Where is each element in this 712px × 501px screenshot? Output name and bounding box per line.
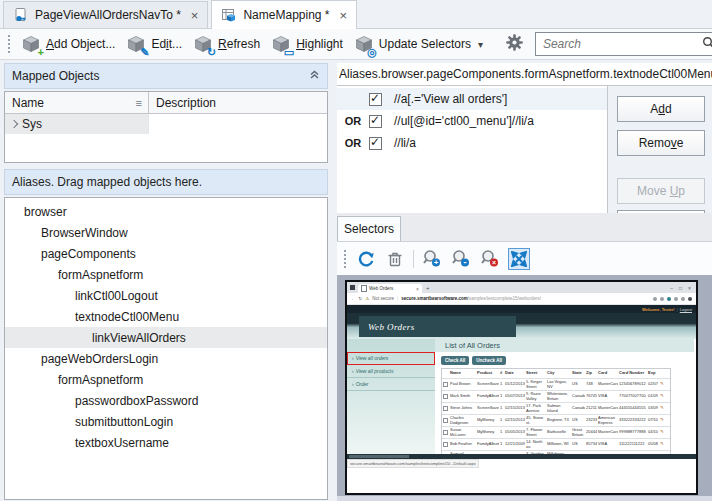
tree-item[interactable]: textnodeCtl00Menu [5,306,327,327]
search-input[interactable] [541,36,702,52]
tree-item[interactable]: browser [5,201,327,222]
selector-value[interactable]: //a[.='View all orders'] [394,92,507,106]
edit-row-icon: ✎ [658,406,666,411]
web-orders-page: Welcome, Tester! | Logout Web Orders ›Vi… [347,305,696,468]
browser-statusbar: secure.smartbearsoftware.com/samples/tes… [347,459,696,468]
tree-item[interactable]: formAspnetform [5,369,327,390]
search-icon[interactable] [702,36,712,52]
close-icon[interactable]: × [336,9,348,22]
captured-screenshot: Web Orders × + –□× ←↻ ⚠ Not secure | sec… [345,280,698,495]
browser-tab: Web Orders × [358,284,422,293]
settings-gear-icon[interactable] [505,33,524,55]
tree-item-label: passwordboxPassword [75,394,198,408]
selector-action-button[interactable]: Remove [617,130,705,156]
row-checkbox [443,394,448,400]
tree-item[interactable]: pageWebOrdersLogin [5,348,327,369]
logout-link: Logout [680,307,692,312]
toolbar-button[interactable]: ↻ Refresh [193,35,260,54]
tree-item-label: submitbuttonLogin [75,415,173,429]
selector-value[interactable]: //ul[@id='ctl00_menu']//li/a [394,114,534,128]
row-checkbox [443,430,448,436]
keyword-test-document-icon [13,7,29,23]
page-main: List of All Orders Check All Uncheck All… [435,339,696,454]
expand-icon[interactable] [10,120,18,128]
url-path: /samples/testcomplete15/weborders/ [468,296,541,301]
toolbar-button[interactable]: ✎ Edit... [126,35,182,54]
maximize-icon: □ [679,285,682,291]
tree-item[interactable]: linkViewAllOrders [5,327,327,348]
refresh-image-icon[interactable] [355,248,377,270]
column-header-description[interactable]: Description [149,92,216,113]
sort-icon[interactable]: ≡ [136,97,142,109]
tree-item-label: formAspnetform [58,373,143,387]
badge-icon: ✎ [140,47,149,58]
tree-item[interactable]: pageComponents [5,243,327,264]
selector-action-button[interactable]: Move Up [617,178,705,204]
toolbar-button-label: Refresh [218,37,260,51]
tree-item-label: textnodeCtl00Menu [75,310,179,324]
toolbar-grip[interactable] [344,250,348,268]
tree-item-label: pageWebOrdersLogin [41,352,158,366]
tree-item-label: formAspnetform [58,268,143,282]
column-header-name[interactable]: Name ≡ [5,92,149,113]
tree-item-label: textboxUsername [75,436,169,450]
zoom-out-icon[interactable]: - [450,248,472,270]
badge-icon: + [38,47,44,58]
toolbar-button[interactable]: + Add Object... [21,35,115,54]
toolbar-button[interactable]: ▭ Highlight [271,35,343,54]
image-preview-canvas[interactable]: Web Orders × + –□× ←↻ ⚠ Not secure | sec… [337,275,712,501]
tab-label: PageViewAllOrdersNavTo * [35,8,181,22]
tree-item-label: pageComponents [41,247,136,261]
orders-row: Susan McLaren MyMoney 1 05/05/2013 7. Fl… [442,427,670,439]
browser-address-bar: ←↻ ⚠ Not secure | secure.smartbearsoftwa… [347,293,696,305]
close-icon[interactable]: × [187,9,199,22]
tree-item[interactable]: formAspnetform [5,264,327,285]
selector-buttons: Add Remove Move Up [617,86,705,213]
selector-list: //a[.='View all orders'] OR //ul[@id='ct… [337,86,608,213]
tree-item[interactable]: passwordboxPassword [5,390,327,411]
orders-row: Steve Johns ScreenSaver 1 02/15/2013 17.… [442,403,670,415]
chevron-down-icon[interactable]: ▾ [478,39,483,50]
tab-selectors[interactable]: Selectors [337,216,401,241]
page-heading: List of All Orders [435,339,694,352]
tree-item[interactable]: BrowserWindow [5,222,327,243]
cube-icon: + [21,35,41,54]
selector-row[interactable]: OR //li/a [337,132,607,154]
selector-row[interactable]: OR //ul[@id='ctl00_menu']//li/a [337,110,607,132]
mapped-objects-header: Mapped Objects [4,63,328,89]
edit-row-icon: ✎ [658,442,666,447]
tree-item[interactable]: linkCtl00Logout [5,285,327,306]
tree-item-label: linkViewAllOrders [92,331,186,345]
search-box[interactable] [535,32,712,56]
fit-to-window-icon[interactable] [508,248,530,270]
selector-value[interactable]: //li/a [394,136,416,150]
reload-icon: ↻ [359,296,363,301]
page-menu-item: ›View all products [347,365,435,378]
toolbar-separator [413,250,414,268]
table-row[interactable]: Sys [5,114,327,134]
tree-item[interactable]: submitbuttonLogin [5,411,327,432]
zoom-in-icon[interactable]: + [421,248,443,270]
mapped-object-name: Sys [22,117,42,131]
selector-row[interactable]: //a[.='View all orders'] [337,88,607,110]
aliases-tree: browser BrowserWindow pageComponents for… [4,197,328,500]
collapse-panel-icon[interactable] [309,69,320,83]
orders-table: Name Product # Date Street City State Zi… [441,368,671,468]
main-toolbar: + Add Object... ✎ Edit... ↻ Refresh [0,29,712,60]
favicon [361,285,367,292]
edit-row-icon: ✎ [658,394,666,399]
selector-checkbox[interactable] [369,115,382,128]
toolbar-button-label: Edit... [151,37,182,51]
selector-checkbox[interactable] [369,93,382,106]
tab-pageviewallordersnavto[interactable]: PageViewAllOrdersNavTo * × [3,1,208,28]
check-all-button: Check All [441,356,469,365]
selector-action-button[interactable]: Add [617,96,705,122]
toolbar-button[interactable]: ◎ Update Selectors [354,35,471,54]
tree-item[interactable]: textboxUsername [5,432,327,453]
tree-item-label: BrowserWindow [41,226,128,240]
selector-checkbox[interactable] [369,137,382,150]
tab-namemapping[interactable]: NameMapping * × [211,0,357,29]
delete-image-icon[interactable] [384,248,406,270]
toolbar-grip[interactable] [8,35,10,53]
zoom-reset-icon[interactable]: × [479,248,501,270]
